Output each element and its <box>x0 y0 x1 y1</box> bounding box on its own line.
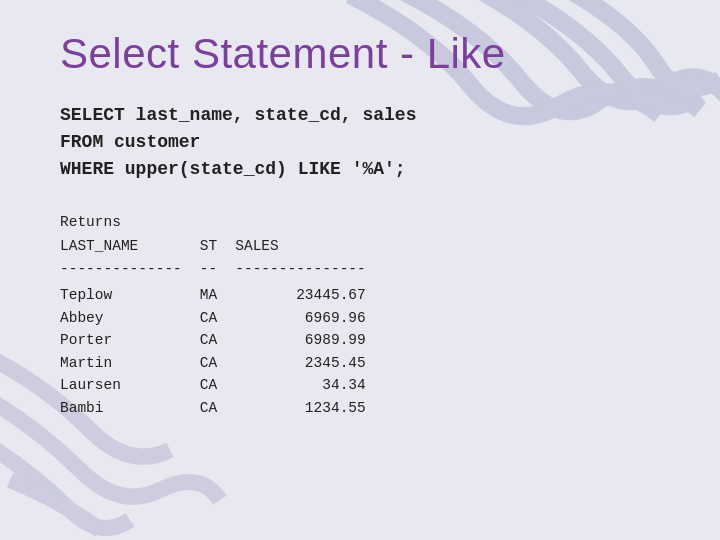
cell-state: CA <box>200 307 235 329</box>
cell-state: CA <box>200 352 235 374</box>
cell-sales: 23445.67 <box>235 284 366 306</box>
cell-sales: 6969.96 <box>235 307 366 329</box>
results-section: Returns LAST_NAME ST SALES -------------… <box>60 211 660 419</box>
cell-last-name: Abbey <box>60 307 200 329</box>
table-row: LaursenCA 34.34 <box>60 374 366 396</box>
col-header-state: ST <box>200 235 235 257</box>
divider-state: -- <box>200 258 235 284</box>
cell-sales: 2345.45 <box>235 352 366 374</box>
cell-state: MA <box>200 284 235 306</box>
cell-last-name: Porter <box>60 329 200 351</box>
table-row: PorterCA6989.99 <box>60 329 366 351</box>
divider-last-name: -------------- <box>60 258 200 284</box>
sql-line-2: FROM customer <box>60 129 660 156</box>
divider-sales: --------------- <box>235 258 366 284</box>
table-row: AbbeyCA6969.96 <box>60 307 366 329</box>
col-header-last-name: LAST_NAME <box>60 235 200 257</box>
results-table: LAST_NAME ST SALES -------------- -- ---… <box>60 235 366 419</box>
table-divider-row: -------------- -- --------------- <box>60 258 366 284</box>
table-header-row: LAST_NAME ST SALES <box>60 235 366 257</box>
cell-last-name: Teplow <box>60 284 200 306</box>
page-title: Select Statement - Like <box>60 30 660 78</box>
sql-code-block: SELECT last_name, state_cd, sales FROM c… <box>60 102 660 183</box>
sql-line-3: WHERE upper(state_cd) LIKE '%A'; <box>60 156 660 183</box>
cell-sales: 6989.99 <box>235 329 366 351</box>
cell-state: CA <box>200 397 235 419</box>
cell-last-name: Laursen <box>60 374 200 396</box>
cell-state: CA <box>200 329 235 351</box>
table-row: TeplowMA23445.67 <box>60 284 366 306</box>
cell-sales: 1234.55 <box>235 397 366 419</box>
cell-sales: 34.34 <box>235 374 366 396</box>
cell-last-name: Bambi <box>60 397 200 419</box>
cell-state: CA <box>200 374 235 396</box>
col-header-sales: SALES <box>235 235 366 257</box>
sql-line-1: SELECT last_name, state_cd, sales <box>60 102 660 129</box>
table-row: BambiCA1234.55 <box>60 397 366 419</box>
table-row: MartinCA2345.45 <box>60 352 366 374</box>
cell-last-name: Martin <box>60 352 200 374</box>
results-label: Returns <box>60 211 660 233</box>
